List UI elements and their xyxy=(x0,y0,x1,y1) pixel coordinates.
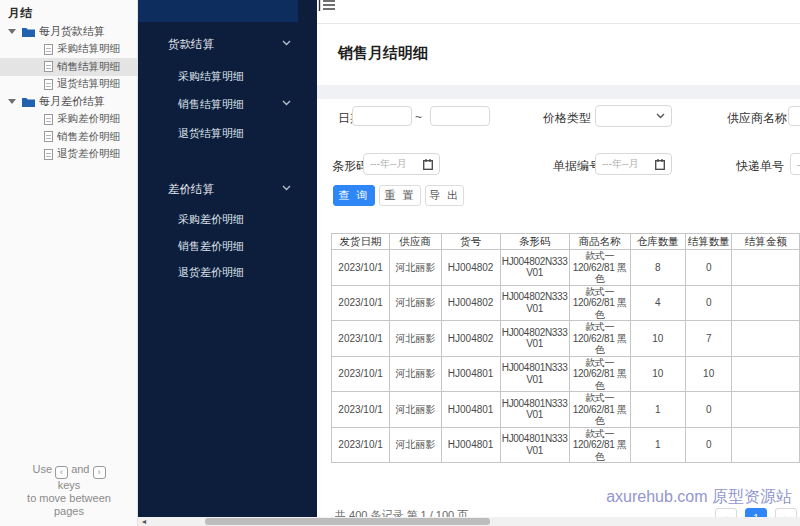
caret-down-icon[interactable] xyxy=(8,99,16,104)
supplier-input[interactable] xyxy=(788,106,800,126)
tree-group-1[interactable]: 每月差价结算 xyxy=(0,93,138,111)
table-header-cell: 结算数量 xyxy=(685,234,731,250)
export-button[interactable]: 导 出 xyxy=(425,185,464,206)
date-range-separator: ~ xyxy=(415,110,422,124)
table-cell: 河北丽影 xyxy=(390,285,441,321)
table-cell xyxy=(732,321,800,357)
table-row[interactable]: 2023/10/1河北丽影HJ004802HJ004802N333 V01款式一… xyxy=(332,321,800,357)
right-arrow-keycap-icon: › xyxy=(93,466,106,479)
tree-item-label: 采购结算明细 xyxy=(57,42,120,56)
nav-item[interactable]: 采购差价明细 xyxy=(138,211,317,227)
hint-line3: to move between xyxy=(0,492,138,505)
section-band xyxy=(317,85,800,99)
table-cell: 河北丽影 xyxy=(390,250,441,286)
caret-down-icon[interactable] xyxy=(8,29,16,34)
nav-item[interactable]: 退货结算明细 xyxy=(138,125,317,141)
table-header-cell: 供应商 xyxy=(390,234,441,250)
document-icon xyxy=(44,79,53,90)
table-cell: HJ004802 xyxy=(441,285,500,321)
tree-item[interactable]: 销售结算明细 xyxy=(0,58,138,76)
table-header-cell: 条形码 xyxy=(500,234,569,250)
tree-item[interactable]: 采购结算明细 xyxy=(0,41,138,59)
table-cell: 款式一 120/62/81 黑色 xyxy=(569,285,630,321)
folder-icon xyxy=(22,97,35,107)
nav-item-label: 退货结算明细 xyxy=(178,126,244,141)
table-cell: 0 xyxy=(685,392,731,428)
table-cell: 10 xyxy=(630,356,685,392)
table-cell: 河北丽影 xyxy=(390,321,441,357)
table-row[interactable]: 2023/10/1河北丽影HJ004802HJ004802N333 V01款式一… xyxy=(332,250,800,286)
calendar-icon xyxy=(655,159,665,170)
table-row[interactable]: 2023/10/1河北丽影HJ004801HJ004801N333 V01款式一… xyxy=(332,427,800,463)
table-row[interactable]: 2023/10/1河北丽影HJ004801HJ004801N333 V01款式一… xyxy=(332,356,800,392)
tree-group-label: 每月货款结算 xyxy=(39,24,105,39)
table-cell: HJ004802 xyxy=(441,250,500,286)
tree-group-label: 每月差价结算 xyxy=(39,94,105,109)
month-placeholder: ---年--月 xyxy=(370,157,407,171)
nav-item[interactable]: 采购结算明细 xyxy=(138,68,317,84)
express-label: 快递单号 xyxy=(736,158,784,175)
hint-and: and xyxy=(71,463,89,475)
chevron-down-icon xyxy=(282,185,291,191)
hint-line2: keys xyxy=(0,479,138,492)
table-cell: 1 xyxy=(630,392,685,428)
tree-item-label: 采购差价明细 xyxy=(57,112,120,126)
table-row[interactable]: 2023/10/1河北丽影HJ004801HJ004801N333 V01款式一… xyxy=(332,392,800,428)
nav-item-label: 销售结算明细 xyxy=(178,97,244,112)
table-cell xyxy=(732,250,800,286)
express-input[interactable]: — xyxy=(790,153,800,175)
price-type-label: 价格类型 xyxy=(543,110,591,127)
table-cell: 款式一 120/62/81 黑色 xyxy=(569,356,630,392)
table-cell: 河北丽影 xyxy=(390,392,441,428)
reset-button[interactable]: 重 置 xyxy=(379,185,421,206)
nav-item[interactable]: 退货差价明细 xyxy=(138,264,317,280)
nav-header-block xyxy=(138,0,298,22)
price-type-select[interactable] xyxy=(595,105,672,127)
table-cell: HJ004801N333 V01 xyxy=(500,356,569,392)
tree-list: 每月货款结算采购结算明细销售结算明细退货结算明细每月差价结算采购差价明细销售差价… xyxy=(0,23,138,163)
nav-sidebar: 货款结算采购结算明细销售结算明细退货结算明细差价结算采购差价明细销售差价明细退货… xyxy=(138,0,317,526)
keyboard-hint: Use ‹ and › keys to move between pages xyxy=(0,463,138,518)
table-cell: 2023/10/1 xyxy=(332,427,390,463)
collapse-menu-icon[interactable] xyxy=(318,0,336,11)
tree-item-label: 退货差价明细 xyxy=(57,147,120,161)
tree-item[interactable]: 销售差价明细 xyxy=(0,128,138,146)
tree-item[interactable]: 采购差价明细 xyxy=(0,111,138,129)
nav-item-label: 销售差价明细 xyxy=(178,239,244,254)
nav-section-0[interactable]: 货款结算 xyxy=(138,36,317,52)
main-content: 销售月结明细 日期 ~ 价格类型 供应商名称 条形码 ---年--月 单据编号 … xyxy=(317,0,800,526)
query-button[interactable]: 查 询 xyxy=(333,185,375,206)
table-cell xyxy=(732,356,800,392)
results-table: 发货日期供应商货号条形码商品名称仓库数量结算数量结算金额 2023/10/1河北… xyxy=(331,233,800,463)
table-header-cell: 结算金额 xyxy=(732,234,800,250)
table-cell: HJ004801N333 V01 xyxy=(500,427,569,463)
nav-item[interactable]: 销售差价明细 xyxy=(138,238,317,254)
table-cell: HJ004801 xyxy=(441,356,500,392)
document-icon xyxy=(44,114,53,125)
barcode-month-input[interactable]: ---年--月 xyxy=(363,153,440,175)
nav-item-label: 采购结算明细 xyxy=(178,69,244,84)
table-cell: HJ004802N333 V01 xyxy=(500,250,569,286)
table-cell: 0 xyxy=(685,427,731,463)
scrollbar-thumb[interactable] xyxy=(205,518,490,525)
tree-item[interactable]: 退货差价明细 xyxy=(0,146,138,164)
table-cell: HJ004802N333 V01 xyxy=(500,321,569,357)
horizontal-scrollbar[interactable]: ◄ xyxy=(138,517,800,526)
tree-sidebar: 月结 每月货款结算采购结算明细销售结算明细退货结算明细每月差价结算采购差价明细销… xyxy=(0,0,138,526)
doc-no-label: 单据编号 xyxy=(553,158,601,175)
table-row[interactable]: 2023/10/1河北丽影HJ004802HJ004802N333 V01款式一… xyxy=(332,285,800,321)
doc-no-month-input[interactable]: ---年--月 xyxy=(595,153,672,175)
table-cell: 款式一 120/62/81 黑色 xyxy=(569,321,630,357)
nav-item[interactable]: 销售结算明细 xyxy=(138,96,317,112)
tree-item[interactable]: 退货结算明细 xyxy=(0,76,138,94)
tree-group-0[interactable]: 每月货款结算 xyxy=(0,23,138,41)
table-header-cell: 商品名称 xyxy=(569,234,630,250)
table-cell: 10 xyxy=(630,321,685,357)
left-arrow-keycap-icon: ‹ xyxy=(55,466,68,479)
table-header-cell: 货号 xyxy=(441,234,500,250)
scroll-left-arrow-icon[interactable]: ◄ xyxy=(138,517,150,526)
table-cell: 2023/10/1 xyxy=(332,285,390,321)
date-to-input[interactable] xyxy=(430,106,490,126)
nav-section-1[interactable]: 差价结算 xyxy=(138,181,317,197)
date-from-input[interactable] xyxy=(352,106,412,126)
